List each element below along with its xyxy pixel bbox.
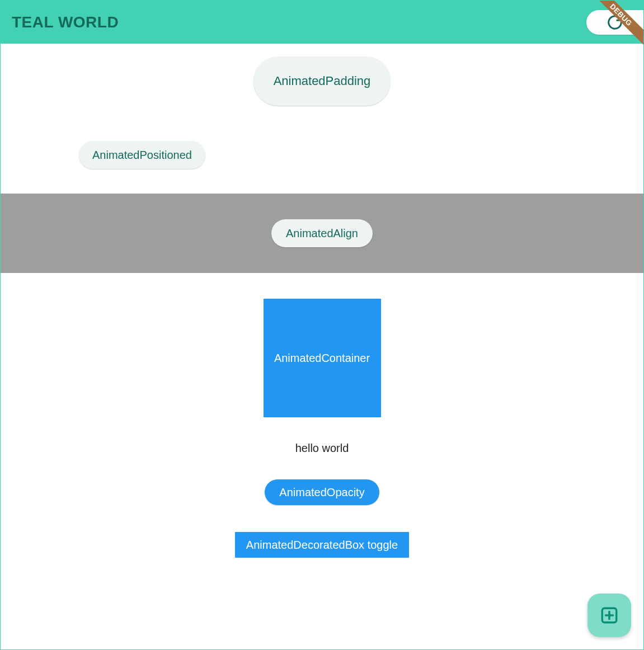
animated-opacity-section: hello world AnimatedOpacity AnimatedDeco… bbox=[1, 418, 643, 558]
app-frame: TEAL WORLD DEBUG AnimatedPadding Animate… bbox=[0, 0, 644, 650]
animated-container-section: AnimatedContainer bbox=[1, 273, 643, 418]
animated-positioned-button[interactable]: AnimatedPositioned bbox=[79, 141, 205, 169]
animated-padding-button[interactable]: AnimatedPadding bbox=[253, 56, 391, 106]
animated-positioned-section: AnimatedPositioned bbox=[1, 119, 643, 194]
app-bar: TEAL WORLD bbox=[1, 1, 643, 44]
fab-add-button[interactable] bbox=[587, 594, 631, 637]
refresh-icon bbox=[607, 14, 623, 31]
animated-align-button[interactable]: AnimatedAlign bbox=[271, 219, 373, 247]
opacity-demo-text: hello world bbox=[295, 442, 349, 455]
app-title: TEAL WORLD bbox=[12, 13, 119, 31]
animated-align-section: AnimatedAlign bbox=[1, 194, 643, 273]
content-area: AnimatedPadding AnimatedPositioned Anima… bbox=[1, 44, 643, 558]
plus-icon bbox=[600, 606, 619, 625]
animated-container-label: AnimatedContainer bbox=[274, 352, 370, 365]
animated-decorated-box-button[interactable]: AnimatedDecoratedBox toggle bbox=[235, 532, 409, 558]
refresh-button[interactable] bbox=[586, 10, 643, 35]
animated-opacity-button[interactable]: AnimatedOpacity bbox=[265, 479, 379, 505]
animated-container-button[interactable]: AnimatedContainer bbox=[264, 299, 381, 417]
animated-padding-section: AnimatedPadding bbox=[1, 44, 643, 119]
